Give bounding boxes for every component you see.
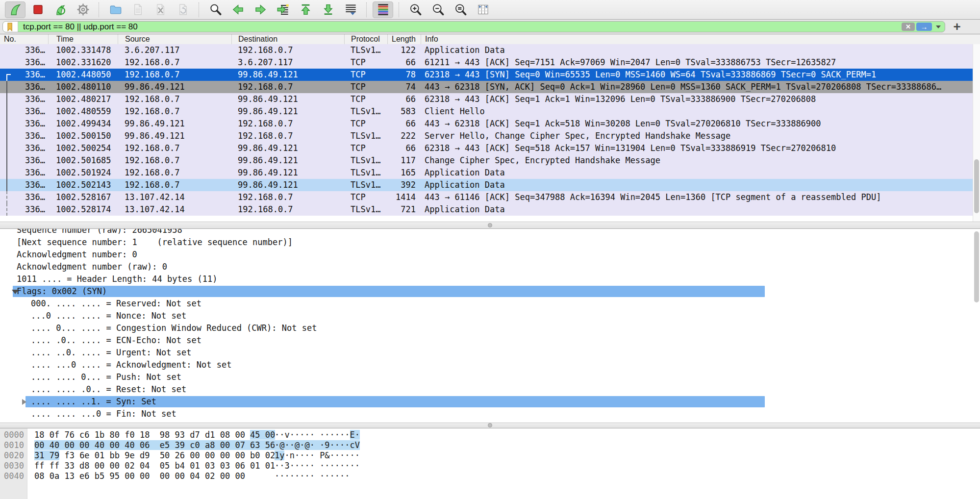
next-packet-button[interactable] xyxy=(250,1,271,18)
packet-row[interactable]: 336…1002.501924192.168.0.799.86.49.121TL… xyxy=(0,167,973,179)
detail-line[interactable]: Sequence number (raw): 2665041958 xyxy=(0,229,980,236)
hex-row[interactable]: 001000 40 00 00 40 00 40 06 e5 39 c0 a8 … xyxy=(0,440,980,450)
detail-line[interactable]: 000. .... .... = Reserved: Not set xyxy=(0,298,980,310)
packet-row[interactable]: 336…1002.3314783.6.207.117192.168.0.7TLS… xyxy=(0,44,973,56)
display-filter-field[interactable]: tcp.port == 80 || udp.port == 80 ✕ → xyxy=(2,21,945,32)
filter-bookmark-button[interactable] xyxy=(3,22,18,32)
zoom-reset-button[interactable] xyxy=(450,1,471,18)
detail-line[interactable]: .... ..0. .... = Urgent: Not set xyxy=(0,347,980,359)
arrow-right-icon xyxy=(254,3,267,16)
display-filter-input[interactable]: tcp.port == 80 || udp.port == 80 xyxy=(23,22,138,32)
packet-cell-info: Server Hello, Change Cipher Spec, Encryp… xyxy=(421,130,973,142)
detail-line-text: 1011 .... = Header Length: 44 bytes (11) xyxy=(0,273,217,285)
hex-ascii-segment: ········ ······ xyxy=(275,471,350,481)
expand-arrow-icon[interactable] xyxy=(22,399,26,405)
save-file-button[interactable] xyxy=(127,1,148,18)
detail-line[interactable]: .... .... 0... = Push: Not set xyxy=(0,371,980,383)
detail-line[interactable]: 1011 .... = Header Length: 44 bytes (11) xyxy=(0,273,980,285)
column-header-length[interactable]: Length xyxy=(387,34,421,44)
packet-row[interactable]: 336…1002.500254192.168.0.799.86.49.121TC… xyxy=(0,142,973,154)
detail-line[interactable]: [Next sequence number: 1 (relative seque… xyxy=(0,236,980,249)
column-header-protocol[interactable]: Protocol xyxy=(344,34,387,44)
last-packet-button[interactable] xyxy=(318,1,338,18)
packet-row[interactable]: 336…1002.48011099.86.49.121192.168.0.7TC… xyxy=(0,81,973,93)
hex-bytes: 31 79 f3 6e 01 bb 9e d9 50 26 00 00 00 0… xyxy=(34,450,275,461)
hex-bytes: 00 40 00 00 40 00 40 06 e5 39 c0 a8 00 0… xyxy=(34,440,275,450)
hex-byte-segment: f3 6e 01 bb 9e d9 50 26 00 00 00 00 b0 0… xyxy=(59,450,275,460)
detail-line[interactable]: Acknowledgment number (raw): 0 xyxy=(0,261,980,273)
hex-row[interactable]: 0030ff ff 33 d8 00 00 02 04 05 b4 01 03 … xyxy=(0,461,980,471)
find-packet-button[interactable] xyxy=(205,1,226,18)
packet-cell-destination: 192.168.0.7 xyxy=(231,203,344,216)
column-header-time[interactable]: Time xyxy=(48,34,118,44)
detail-line[interactable]: ...0 .... .... = Nonce: Not set xyxy=(0,310,980,322)
scrollbar-thumb[interactable] xyxy=(974,159,979,213)
packet-cell-protocol: TCP xyxy=(344,56,387,69)
packet-cell-no: 336… xyxy=(0,44,48,56)
detail-line-text: .... ...0 .... = Acknowledgment: Not set xyxy=(0,359,231,371)
packet-list-scrollbar[interactable] xyxy=(973,44,980,222)
column-header-no[interactable]: No. xyxy=(0,34,48,44)
restart-capture-button[interactable] xyxy=(50,1,71,18)
reload-file-button[interactable] xyxy=(173,1,193,18)
zoom-out-button[interactable] xyxy=(427,1,448,18)
column-header-info[interactable]: Info xyxy=(421,34,980,44)
conversation-marker xyxy=(6,81,7,93)
packet-row[interactable]: 336…1002.331620192.168.0.73.6.207.117TCP… xyxy=(0,56,973,69)
go-to-packet-button[interactable] xyxy=(273,1,293,18)
hex-dump-pane: 000018 0f 76 c6 1b 80 f0 18 98 93 d7 d1 … xyxy=(0,428,980,499)
previous-packet-button[interactable] xyxy=(227,1,248,18)
close-file-button[interactable] xyxy=(150,1,171,18)
detail-line[interactable]: .... 0... .... = Congestion Window Reduc… xyxy=(0,322,980,334)
hex-row[interactable]: 002031 79 f3 6e 01 bb 9e d9 50 26 00 00 … xyxy=(0,450,980,461)
packet-cell-protocol: TCP xyxy=(344,118,387,130)
detail-line-text: .... 0... .... = Congestion Window Reduc… xyxy=(0,322,317,334)
packet-row[interactable]: 336…1002.448050192.168.0.799.86.49.121TC… xyxy=(0,69,973,81)
packet-cell-info: Application Data xyxy=(421,44,973,56)
open-file-button[interactable] xyxy=(105,1,126,18)
detail-line[interactable]: .... .... .0.. = Reset: Not set xyxy=(0,383,980,396)
splitter-list-detail[interactable] xyxy=(0,222,980,229)
collapse-arrow-icon[interactable] xyxy=(12,290,19,294)
hex-offset: 0030 xyxy=(4,461,24,471)
hex-row[interactable]: 004008 0a 13 e6 b5 95 00 00 00 00 04 02 … xyxy=(0,471,980,481)
column-header-destination[interactable]: Destination xyxy=(231,34,344,44)
packet-row[interactable]: 336…1002.502143192.168.0.799.86.49.121TL… xyxy=(0,179,973,191)
detail-line[interactable]: Flags: 0x002 (SYN) xyxy=(0,285,980,298)
hex-row[interactable]: 000018 0f 76 c6 1b 80 f0 18 98 93 d7 d1 … xyxy=(0,430,980,440)
stop-capture-button[interactable] xyxy=(27,1,48,18)
packet-cell-info: Client Hello xyxy=(421,105,973,118)
hex-bytes: 18 0f 76 c6 1b 80 f0 18 98 93 d7 d1 08 0… xyxy=(34,430,275,440)
detail-scrollbar-thumb[interactable] xyxy=(974,231,979,302)
filter-dropdown-caret[interactable] xyxy=(936,25,941,28)
filter-clear-button[interactable]: ✕ xyxy=(902,23,915,31)
start-capture-button[interactable] xyxy=(5,1,25,18)
packet-cell-destination: 99.86.49.121 xyxy=(231,167,344,179)
packet-row[interactable]: 336…1002.52816713.107.42.14192.168.0.7TC… xyxy=(0,191,973,203)
first-packet-button[interactable] xyxy=(295,1,316,18)
filter-add-button[interactable]: + xyxy=(950,20,964,33)
packet-row[interactable]: 336…1002.50015099.86.49.121192.168.0.7TL… xyxy=(0,130,973,142)
capture-options-button[interactable] xyxy=(73,1,93,18)
zoom-in-button[interactable] xyxy=(405,1,426,18)
detail-line[interactable]: .... .0.. .... = ECN-Echo: Not set xyxy=(0,334,980,347)
splitter-detail-hex[interactable] xyxy=(0,423,980,428)
packet-row[interactable]: 336…1002.501685192.168.0.799.86.49.121TL… xyxy=(0,154,973,167)
detail-line[interactable]: .... .... ..1. = Syn: Set xyxy=(0,396,980,408)
conversation-marker xyxy=(6,93,7,105)
packet-cell-info: 443 → 62318 [ACK] Seq=1 Ack=518 Win=3020… xyxy=(421,118,973,130)
resize-columns-button[interactable] xyxy=(473,1,493,18)
packet-row[interactable]: 336…1002.52817413.107.42.14192.168.0.7TL… xyxy=(0,203,973,216)
conversation-marker xyxy=(6,118,7,130)
auto-scroll-button[interactable] xyxy=(340,1,361,18)
detail-line[interactable]: .... .... ...0 = Fin: Not set xyxy=(0,408,980,420)
packet-row[interactable]: 336…1002.480559192.168.0.799.86.49.121TL… xyxy=(0,105,973,118)
detail-line[interactable]: .... ...0 .... = Acknowledgment: Not set xyxy=(0,359,980,371)
packet-row[interactable]: 336…1002.49943499.86.49.121192.168.0.7TC… xyxy=(0,118,973,130)
packet-row[interactable]: 336…1002.480217192.168.0.799.86.49.121TC… xyxy=(0,93,973,105)
colorize-packets-button[interactable] xyxy=(373,1,393,18)
column-header-source[interactable]: Source xyxy=(118,34,231,44)
packet-cell-info: 62318 → 443 [SYN] Seq=0 Win=65535 Len=0 … xyxy=(421,69,973,81)
filter-apply-button[interactable]: → xyxy=(916,23,932,31)
detail-line[interactable]: Acknowledgment number: 0 xyxy=(0,249,980,261)
